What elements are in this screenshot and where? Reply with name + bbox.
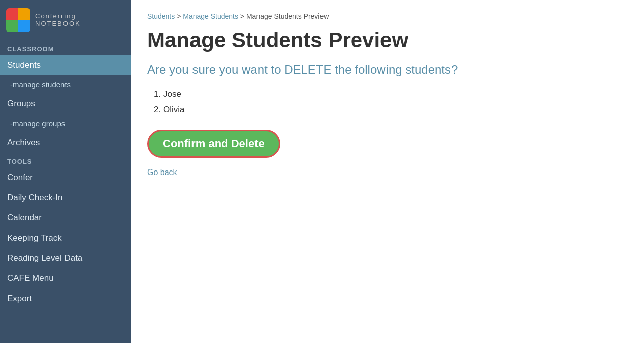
- main-content: Students > Manage Students > Manage Stud…: [131, 0, 644, 343]
- page-title: Manage Students Preview: [147, 28, 628, 52]
- logo-name-line2: NOTEBOOK: [35, 20, 81, 27]
- logo-icon: [6, 8, 30, 32]
- sidebar-item-confer[interactable]: Confer: [0, 167, 131, 188]
- breadcrumb: Students > Manage Students > Manage Stud…: [147, 12, 628, 20]
- sidebar-item-reading-level-data[interactable]: Reading Level Data: [0, 248, 131, 268]
- logo-area: Conferring NOTEBOOK: [0, 0, 131, 40]
- breadcrumb-manage-students-link[interactable]: Manage Students: [183, 12, 238, 20]
- logo-name-line1: Conferring: [35, 13, 81, 20]
- confirm-delete-button[interactable]: Confirm and Delete: [147, 130, 280, 158]
- sidebar-item-groups[interactable]: Groups: [0, 94, 131, 114]
- confirm-question: Are you sure you want to DELETE the foll…: [147, 63, 628, 77]
- sidebar-item-manage-students[interactable]: -manage students: [0, 75, 131, 94]
- sidebar-item-calendar[interactable]: Calendar: [0, 208, 131, 228]
- classroom-section-label: CLASSROOM: [0, 40, 131, 55]
- sidebar-item-export[interactable]: Export: [0, 289, 131, 309]
- sidebar: Conferring NOTEBOOK CLASSROOM Students -…: [0, 0, 131, 343]
- sidebar-item-cafe-menu[interactable]: CAFE Menu: [0, 268, 131, 289]
- student-list-item: Olivia: [163, 102, 628, 118]
- breadcrumb-current: Manage Students Preview: [246, 12, 329, 20]
- student-list: Jose Olivia: [163, 87, 628, 118]
- logo-text: Conferring NOTEBOOK: [35, 13, 81, 27]
- sidebar-item-students[interactable]: Students: [0, 55, 131, 75]
- student-list-item: Jose: [163, 87, 628, 102]
- go-back-link[interactable]: Go back: [147, 168, 628, 177]
- sidebar-item-archives[interactable]: Archives: [0, 133, 131, 153]
- tools-section-label: TOOLS: [0, 153, 131, 167]
- sidebar-item-daily-checkin[interactable]: Daily Check-In: [0, 188, 131, 208]
- sidebar-item-manage-groups[interactable]: -manage groups: [0, 114, 131, 133]
- sidebar-item-keeping-track[interactable]: Keeping Track: [0, 228, 131, 248]
- breadcrumb-students-link[interactable]: Students: [147, 12, 175, 20]
